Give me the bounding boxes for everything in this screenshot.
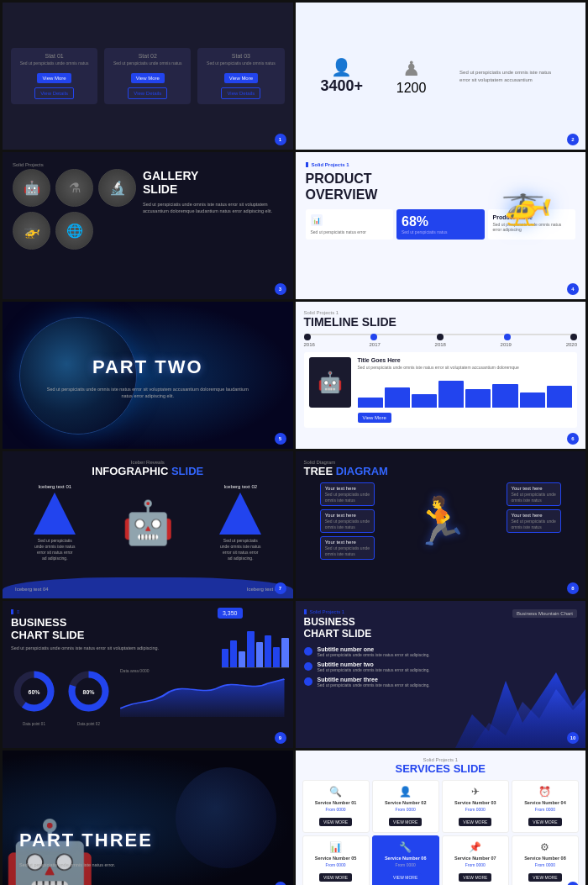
view-more-btn-1[interactable]: View More <box>37 73 71 83</box>
srv-btn-8[interactable]: VIEW MORE <box>528 873 561 882</box>
slide-number-8: 8 <box>567 582 579 594</box>
slide-number-4: 4 <box>567 283 579 295</box>
timeline-title: TIMELINE SLIDE <box>304 315 578 329</box>
srv-name-4: Service Number 04 <box>516 800 575 805</box>
tl-dot-5 <box>570 334 577 340</box>
person-icon: 👤 <box>320 57 363 77</box>
srv-btn-3[interactable]: VIEW MORE <box>459 818 491 826</box>
tl-bar-8 <box>547 386 572 408</box>
view-details-btn-1[interactable]: View Details <box>34 87 74 99</box>
node-title-5: Your text here <box>512 513 556 518</box>
bc2-item-title-3: Subtitle number three <box>318 677 430 682</box>
timeline-view-btn[interactable]: View More <box>358 413 391 423</box>
srv-name-5: Service Number 05 <box>307 856 365 861</box>
services-title: SERVICES SLIDE <box>302 762 580 775</box>
service-card-2[interactable]: 👤 Service Number 02 From 0000 VIEW MORE <box>372 780 439 833</box>
stat-row: Stat 01 Sed ut perspiciatis unde omnis n… <box>11 48 285 104</box>
srv-btn-7[interactable]: VIEW MORE <box>459 873 491 882</box>
gallery-desc: Sed ut perspiciatis unde omnis iste natu… <box>143 201 283 215</box>
tree-node-4: Your text here Sed ut perspiciatis undeo… <box>507 482 561 506</box>
stat-card-2: Stat 02 Sed ut perspiciatis unde omnis n… <box>104 48 191 104</box>
bc2-item-text-2: Subtitle number two Sed ut perspiciatis … <box>318 661 430 673</box>
donut-1-label: 60% <box>28 688 39 694</box>
srv-btn-4[interactable]: VIEW MORE <box>528 818 561 826</box>
timeline-card-content: Title Goes Here Sed ut perspiciatis unde… <box>358 357 573 423</box>
srv-num-6: From 0000 <box>376 862 435 867</box>
slide-light-stats: 👤 3400+ ♟ 1200 Sed ut perspiciatis unde … <box>296 3 586 150</box>
drone-area: 🚁 <box>472 165 581 240</box>
timeline-card-title: Title Goes Here <box>358 357 573 363</box>
slide-part-three: 🤖 PART THREE Sed ut perspiciatis unde om… <box>3 751 293 885</box>
slide-number-10: 10 <box>567 732 579 744</box>
slides-grid: Stat 01 Sed ut perspiciatis unde omnis n… <box>0 0 588 885</box>
srv-title-plain: SLIDE <box>450 762 486 775</box>
bc-bar-7 <box>273 647 280 667</box>
slide-number-6: 6 <box>567 433 579 445</box>
bc-bar-6 <box>265 635 271 667</box>
tree-title-plain: TREE <box>304 465 333 477</box>
tl-dot-1 <box>304 334 311 340</box>
bc-bar-3 <box>239 651 245 667</box>
tree-node-2: Your text here Sed ut perspiciatis undeo… <box>320 509 375 533</box>
infographic-title: INFOGRAPHIC SLIDE <box>11 465 285 477</box>
mountain-chart-area <box>455 664 585 748</box>
srv-icon-2: 👤 <box>376 786 435 798</box>
view-more-btn-2[interactable]: View More <box>131 73 165 83</box>
ice-label-1: Iceberg text 01 <box>34 484 76 489</box>
card-text-1: Sed ut perspiciatis natus error <box>311 229 389 234</box>
card-icon-1: 📊 <box>311 214 323 226</box>
iceberg-col-1: Iceberg text 01 Sed ut perspiciatisunde … <box>34 484 76 561</box>
ice-text-1: Sed ut perspiciatisunde omnis iste natus… <box>34 538 76 561</box>
planet-bg <box>176 767 276 868</box>
view-details-btn-2[interactable]: View Details <box>128 87 167 99</box>
slide-number-3: 3 <box>275 283 286 295</box>
bc2-dot-1 <box>304 647 312 656</box>
node-desc-1: Sed ut perspiciatis undeomnis iste natus <box>325 492 370 503</box>
node-desc-3: Sed ut perspiciatis undeomnis iste natus <box>325 545 370 556</box>
circle-img-5: 🌐 <box>55 212 93 250</box>
tree-col-left: Your text here Sed ut perspiciatis undeo… <box>320 482 375 560</box>
circles-row: 🤖 ⚗ 🔬 <box>13 169 136 207</box>
tree-title-colored: DIAGRAM <box>333 465 388 477</box>
tl-bar-6 <box>492 384 517 408</box>
circle-img-4: 🚁 <box>13 212 50 250</box>
stat-person-icon: 👤 3400+ <box>320 57 363 95</box>
service-card-1[interactable]: 🔍 Service Number 01 From 0000 VIEW MORE <box>302 780 370 833</box>
srv-num-8: From 0000 <box>516 862 575 867</box>
srv-num-3: From 0000 <box>446 807 505 812</box>
srv-btn-2[interactable]: VIEW MORE <box>389 818 422 826</box>
bc-bar-4 <box>247 631 254 667</box>
service-card-4[interactable]: ⏰ Service Number 04 From 0000 VIEW MORE <box>512 780 579 833</box>
srv-btn-6[interactable]: VIEW MORE <box>389 873 422 882</box>
bc2-item-title-1: Subtitle number one <box>318 646 430 652</box>
service-card-5[interactable]: 📊 Service Number 05 From 0000 VIEW MORE <box>302 835 370 885</box>
bc-bar-5 <box>256 642 263 667</box>
bc2-title: BUSINESSCHART SLIDE <box>304 616 578 640</box>
srv-name-3: Service Number 03 <box>446 800 505 805</box>
srv-icon-7: 📌 <box>446 841 505 853</box>
stat-label-1: Stat 01 <box>19 53 89 59</box>
tl-dot-3 <box>437 334 444 340</box>
srv-btn-5[interactable]: VIEW MORE <box>319 873 352 882</box>
slide-business-chart: ≡ BUSINESSCHART SLIDE Sed ut perspiciati… <box>3 601 293 748</box>
srv-icon-4: ⏰ <box>516 786 575 798</box>
part-three-title: PART THREE <box>19 830 153 851</box>
service-card-6[interactable]: 🔧 Service Number 06 From 0000 VIEW MORE <box>372 835 439 885</box>
service-card-8[interactable]: ⚙ Service Number 08 From 0000 VIEW MORE <box>512 835 579 885</box>
view-details-btn-3[interactable]: View Details <box>221 87 260 99</box>
product-card-pct: 68% Sed ut perspiciatis natus <box>396 209 485 240</box>
product-card-1: 📊 Sed ut perspiciatis natus error <box>306 209 394 240</box>
tl-bar-1 <box>358 398 383 408</box>
srv-icon-1: 🔍 <box>307 786 365 798</box>
robot-icon: 🤖 <box>122 498 174 547</box>
view-more-btn-3[interactable]: View More <box>224 73 258 83</box>
srv-btn-1[interactable]: VIEW MORE <box>319 818 352 826</box>
service-card-3[interactable]: ✈ Service Number 03 From 0000 VIEW MORE <box>442 780 509 833</box>
tl-year-5: 2020 <box>566 342 577 347</box>
tl-bar-4 <box>438 381 464 408</box>
stat-number-2: 1200 <box>396 81 427 96</box>
area-chart-container: Data area 0000 <box>120 668 285 720</box>
iceberg-col-2: Iceberg text 02 Sed ut perspiciatisunde … <box>219 484 261 561</box>
service-card-7[interactable]: 📌 Service Number 07 From 0000 VIEW MORE <box>442 835 509 885</box>
srv-icon-8: ⚙ <box>516 841 575 853</box>
